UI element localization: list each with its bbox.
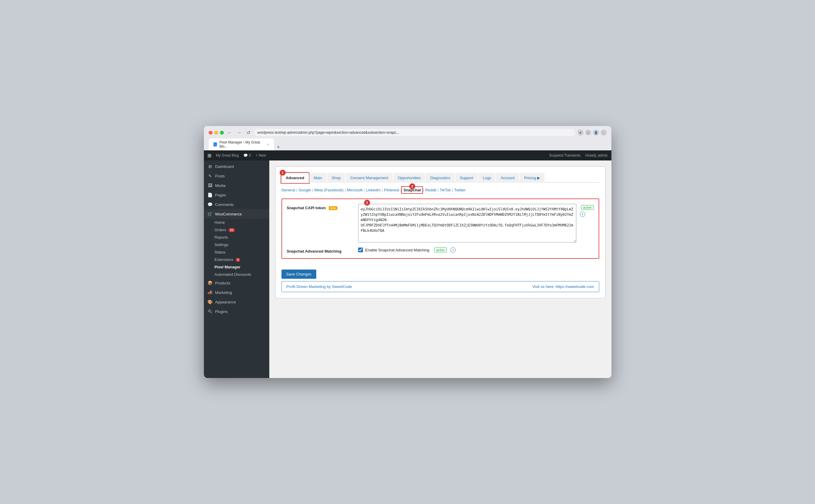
- admin-bar-new[interactable]: + New: [256, 153, 266, 157]
- sidebar-label-woocommerce: WooCommerce: [215, 212, 242, 216]
- tab-shop[interactable]: Shop: [327, 173, 345, 183]
- toolbar-icons: ★ ⬡ 👤 ⋮: [578, 130, 607, 136]
- matching-info-icon[interactable]: i: [450, 247, 456, 253]
- capi-token-textarea[interactable]: eyJhbGciOiJIUzI1NiIsImtpZCI6Ik5hbnZhc1My…: [358, 204, 576, 242]
- sub-nav-linkedin[interactable]: LinkedIn: [366, 188, 380, 192]
- sidebar-item-comments[interactable]: 💬 Comments: [204, 200, 269, 209]
- address-bar[interactable]: [254, 129, 575, 136]
- beta-badge: beta: [329, 206, 337, 210]
- tab-account[interactable]: Account: [496, 173, 519, 183]
- sub-nav: General | Google | Meta (Facebook) | Mic…: [281, 188, 599, 193]
- tab-consent[interactable]: Consent Management: [346, 173, 393, 183]
- plugins-icon: 🔌: [207, 309, 213, 314]
- sidebar-sub-settings[interactable]: Settings: [204, 241, 269, 248]
- wp-logo: ⊞: [207, 153, 211, 158]
- advanced-matching-row: Snapchat Advanced Matching Enable Snapch…: [287, 247, 594, 253]
- advanced-matching-enable-label: Enable Snapchat Advanced Matching: [365, 248, 429, 252]
- pages-icon: 📄: [207, 193, 213, 197]
- new-tab-button[interactable]: +: [275, 144, 282, 150]
- sidebar-sub-orders[interactable]: Orders 65: [204, 226, 269, 234]
- tab-opportunities[interactable]: Opportunities: [393, 173, 425, 183]
- minimize-button[interactable]: [214, 131, 218, 135]
- menu-icon[interactable]: ⋮: [601, 130, 607, 136]
- sub-nav-general[interactable]: General: [281, 188, 295, 192]
- matching-active-badge: active: [434, 248, 447, 252]
- sidebar-sub-extensions[interactable]: Extensions 9: [204, 256, 269, 263]
- traffic-lights[interactable]: [209, 131, 224, 135]
- step-badge-1: 1: [280, 170, 286, 176]
- advanced-matching-label: Snapchat Advanced Matching: [287, 247, 352, 253]
- sub-nav-twitter[interactable]: Twitter: [454, 188, 465, 192]
- woocommerce-icon: 🛒: [207, 212, 213, 216]
- appearance-icon: 🎨: [207, 300, 213, 304]
- sidebar-item-dashboard[interactable]: ⊞ Dashboard: [204, 162, 269, 171]
- sidebar: ⊞ Dashboard ✎ Posts 🖼 Media 📄 Pages 💬: [204, 160, 269, 378]
- tab-diagnostics[interactable]: Diagnostics: [426, 173, 454, 183]
- advanced-matching-field: Enable Snapchat Advanced Matching active…: [358, 247, 594, 253]
- forward-button[interactable]: →: [236, 129, 243, 136]
- back-button[interactable]: ←: [226, 129, 233, 136]
- footer-bar: Profit Driven Marketing by SweetCode Vis…: [281, 281, 599, 292]
- sidebar-label-comments: Comments: [215, 202, 234, 207]
- snapchat-section-box: Snapchat CAPI token beta 3 eyJhbGciOiJIU…: [281, 199, 599, 259]
- capi-token-row: Snapchat CAPI token beta 3 eyJhbGciOiJIU…: [287, 204, 594, 242]
- comments-icon: 💬: [207, 202, 213, 207]
- sidebar-item-products[interactable]: 📦 Products: [204, 278, 269, 288]
- capi-info-icon[interactable]: i: [580, 212, 585, 217]
- sub-nav-google[interactable]: Google: [298, 188, 311, 192]
- sidebar-item-appearance[interactable]: 🎨 Appearance: [204, 297, 269, 307]
- media-icon: 🖼: [207, 183, 213, 188]
- footer-right: Visit us here: https://sweetcode.com: [532, 284, 594, 289]
- posts-icon: ✎: [207, 174, 213, 178]
- howdy-label[interactable]: Howdy, admin: [585, 153, 608, 157]
- sidebar-label-pages: Pages: [215, 193, 226, 197]
- sub-nav-pinterest[interactable]: Pinterest: [384, 188, 399, 192]
- maximize-button[interactable]: [220, 131, 224, 135]
- admin-bar-comments[interactable]: 💬 0: [243, 153, 251, 157]
- dashboard-icon: ⊞: [207, 164, 213, 169]
- bookmark-icon[interactable]: ★: [578, 130, 583, 136]
- tab-pricing[interactable]: Pricing ▶: [520, 173, 544, 183]
- tab-logs[interactable]: Logs: [478, 173, 495, 183]
- profile-icon[interactable]: 👤: [593, 130, 599, 136]
- sub-nav-tiktok[interactable]: TikTok: [440, 188, 451, 192]
- sub-nav-microsoft[interactable]: Microsoft: [347, 188, 363, 192]
- advanced-matching-checkbox[interactable]: [358, 248, 363, 252]
- tab-main[interactable]: Main: [309, 173, 327, 183]
- sidebar-item-posts[interactable]: ✎ Posts: [204, 171, 269, 181]
- sidebar-sub-automated-discounts[interactable]: Automated Discounts: [204, 271, 269, 278]
- visit-url[interactable]: https://sweetcode.com: [556, 284, 594, 289]
- tab-support[interactable]: Support: [455, 173, 478, 183]
- footer-left-text: Profit Driven Marketing by SweetCode: [287, 284, 352, 289]
- sidebar-label-media: Media: [215, 183, 226, 188]
- reload-button[interactable]: ↺: [245, 129, 251, 136]
- favicon: [213, 142, 217, 147]
- close-tab-icon[interactable]: ✕: [267, 143, 269, 146]
- step-badge-3: 3: [364, 200, 370, 206]
- sidebar-sub-status[interactable]: Status: [204, 248, 269, 256]
- sidebar-item-marketing[interactable]: 📣 Marketing: [204, 288, 269, 297]
- sub-nav-reddit[interactable]: Reddit: [425, 188, 436, 192]
- suspend-transients[interactable]: Suspend Transients: [549, 153, 580, 157]
- capi-active-badge: active: [581, 205, 594, 210]
- active-tab[interactable]: Pixel Manager ‹ My Great Blo... ✕: [209, 138, 274, 150]
- sidebar-item-media[interactable]: 🖼 Media: [204, 181, 269, 190]
- sidebar-item-pages[interactable]: 📄 Pages: [204, 190, 269, 200]
- sub-nav-meta[interactable]: Meta (Facebook): [314, 188, 343, 192]
- sidebar-item-plugins[interactable]: 🔌 Plugins: [204, 307, 269, 316]
- sidebar-item-woocommerce[interactable]: 🛒 WooCommerce: [204, 209, 269, 219]
- close-button[interactable]: [209, 131, 213, 135]
- sidebar-label-posts: Posts: [215, 174, 225, 178]
- matching-field-row: Enable Snapchat Advanced Matching active…: [358, 247, 594, 253]
- extensions-icon[interactable]: ⬡: [585, 130, 591, 136]
- sidebar-sub-pixel-manager[interactable]: Pixel Manager: [204, 263, 269, 271]
- tab-title: Pixel Manager ‹ My Great Blo...: [219, 140, 264, 149]
- orders-badge: 65: [229, 228, 235, 232]
- visit-label: Visit us here:: [532, 284, 556, 289]
- sidebar-sub-reports[interactable]: Reports: [204, 234, 269, 241]
- admin-bar-site-name[interactable]: My Great Blog: [216, 153, 239, 157]
- save-changes-button[interactable]: Save Changes: [281, 270, 316, 279]
- tab-advanced[interactable]: Advanced: [281, 173, 309, 183]
- tabs-nav: 1 Advanced Main Shop Consent Management …: [281, 173, 599, 183]
- sidebar-sub-home[interactable]: Home: [204, 219, 269, 226]
